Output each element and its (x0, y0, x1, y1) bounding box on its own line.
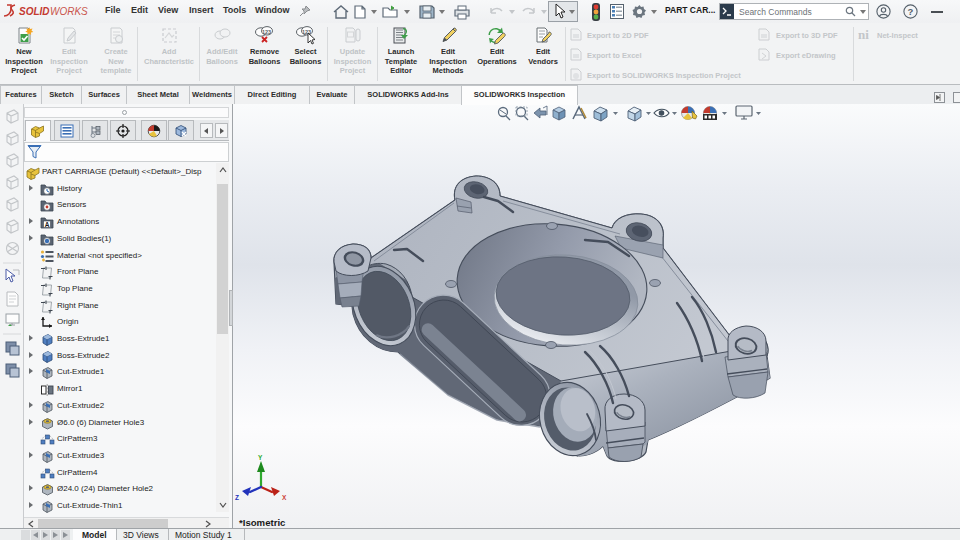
svg-text:?: ? (908, 6, 914, 17)
svg-text:123: 123 (302, 29, 311, 35)
svg-text:X: X (282, 494, 287, 501)
svg-text:Y: Y (258, 454, 263, 461)
svg-text:123: 123 (262, 29, 271, 35)
svg-text:*Isometric: *Isometric (239, 517, 286, 528)
svg-text:Z: Z (235, 494, 239, 501)
svg-text:SOLID: SOLID (19, 6, 50, 17)
svg-text:WORKS: WORKS (50, 6, 88, 17)
